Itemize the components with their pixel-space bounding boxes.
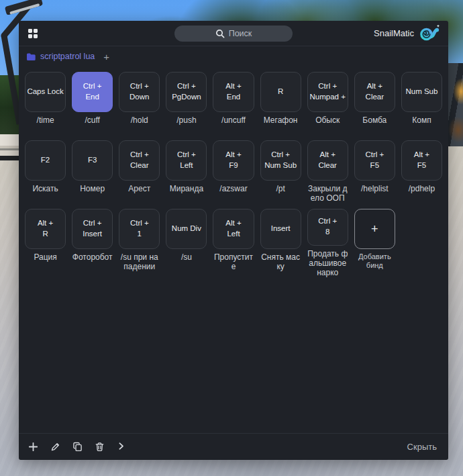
bind-key-button[interactable]: Alt + Clear	[307, 140, 348, 181]
bind-key-button[interactable]: Ctrl + Numpad +	[307, 72, 348, 112]
bind-label: Искать	[32, 184, 58, 193]
bind-cell: Ctrl + InsertФоторобот	[72, 209, 113, 277]
bind-label: /pdhelp	[409, 184, 435, 193]
add-tab-button[interactable]: +	[103, 52, 109, 62]
search-input[interactable]: Поиск	[174, 26, 293, 42]
bind-cell: Ctrl + LeftМиранда	[166, 140, 207, 209]
bind-key-button[interactable]: F2	[25, 140, 66, 181]
add-bind-cell: +Добавить бинд	[354, 209, 395, 277]
binds-grid: Caps Lock/timeCtrl + End/cuffCtrl + Down…	[19, 66, 448, 433]
bind-cell: Alt + RРация	[25, 209, 66, 277]
pencil-icon[interactable]	[50, 442, 61, 453]
tab-label: scriptpatrol lua	[40, 52, 95, 61]
bind-key-button[interactable]: Ctrl + Insert	[72, 209, 113, 249]
bottom-toolbar: Скрыть	[19, 433, 448, 460]
bind-key-button[interactable]: Ctrl + Num Sub	[260, 140, 301, 181]
bind-key-button[interactable]: Ctrl + End	[72, 72, 113, 112]
bind-key-button[interactable]: Caps Lock	[25, 72, 66, 112]
tab-bar: scriptpatrol lua +	[19, 46, 448, 66]
bind-cell: Ctrl + F5/helplist	[354, 140, 395, 209]
bind-key-button[interactable]: Alt + End	[213, 72, 254, 112]
bind-label: /azswar	[219, 184, 247, 193]
bind-key-button[interactable]: Ctrl + Down	[119, 72, 160, 112]
chevron-right-icon[interactable]	[117, 442, 127, 453]
bind-cell: Ctrl + 1/su при нападении	[119, 209, 160, 277]
search-icon	[215, 29, 225, 38]
app-title: SnailMatic	[374, 28, 414, 38]
add-bind-label: Добавить бинд	[355, 252, 394, 270]
bind-key-button[interactable]: Insert	[260, 209, 301, 249]
bind-key-button[interactable]: Num Sub	[401, 72, 442, 112]
bind-label: Закрыли дело ООП	[307, 184, 348, 203]
bind-label: /su при нападении	[119, 252, 160, 271]
bind-cell: Ctrl + ClearАрест	[119, 140, 160, 209]
bind-key-button[interactable]: Ctrl + F5	[354, 140, 395, 181]
bind-cell: Alt + End/uncuff	[213, 72, 254, 140]
bind-label: /uncuff	[221, 115, 246, 125]
bind-cell: Ctrl + Down/hold	[119, 72, 160, 140]
game-background: Поиск SnailMatic	[0, 0, 463, 476]
bind-cell: F2Искать	[25, 140, 66, 209]
bind-label: Бомба	[362, 115, 387, 125]
bind-key-button[interactable]: Ctrl + PgDown	[166, 72, 207, 112]
bind-cell: F3Номер	[72, 140, 113, 209]
bind-key-button[interactable]: Ctrl + Left	[166, 140, 207, 181]
bind-label: Пропустите	[213, 252, 254, 271]
copy-icon[interactable]	[72, 442, 83, 453]
bind-label: Фоторобот	[72, 252, 113, 262]
search-placeholder: Поиск	[229, 29, 252, 38]
bind-key-button[interactable]: Alt + Clear	[354, 72, 395, 112]
top-bar: Поиск SnailMatic	[19, 21, 448, 46]
bind-label: Снять маску	[260, 252, 301, 271]
bind-key-button[interactable]: Ctrl + 8	[307, 209, 348, 246]
bind-cell: RМегафон	[260, 72, 301, 140]
right-scenery	[447, 63, 463, 146]
bind-label: /time	[37, 115, 54, 125]
bind-cell: Ctrl + PgDown/push	[166, 72, 207, 140]
bind-label: /cuff	[85, 115, 99, 125]
bind-cell: Alt + LeftПропустите	[213, 209, 254, 277]
tab-scriptpatrol-lua[interactable]: scriptpatrol lua	[26, 52, 95, 61]
bind-label: /hold	[131, 115, 148, 125]
folder-icon	[26, 52, 36, 61]
bind-key-button[interactable]: R	[260, 72, 301, 112]
bind-key-button[interactable]: Alt + F5	[401, 140, 442, 181]
bind-label: /helplist	[361, 184, 389, 193]
bind-key-button[interactable]: Ctrl + 1	[119, 209, 160, 249]
bind-cell: Num SubКомп	[401, 72, 442, 140]
bind-key-button[interactable]: Alt + F9	[213, 140, 254, 181]
bind-key-button[interactable]: Num Div	[166, 209, 207, 249]
bind-cell: Ctrl + End/cuff	[72, 72, 113, 140]
bind-label: Рация	[34, 252, 56, 262]
bind-key-button[interactable]: Alt + R	[25, 209, 66, 249]
bind-cell: Alt + ClearЗакрыли дело ООП	[307, 140, 348, 209]
bind-label: /push	[176, 115, 196, 125]
bind-label: Номер	[80, 184, 105, 193]
bind-key-button[interactable]: F3	[72, 140, 113, 181]
hide-button[interactable]: Скрыть	[407, 442, 437, 452]
bind-cell: Caps Lock/time	[25, 72, 66, 140]
bind-label: Миранда	[170, 184, 203, 193]
bind-label: /su	[181, 252, 192, 262]
add-bind-button[interactable]: +	[354, 209, 395, 249]
bind-key-button[interactable]: Ctrl + Clear	[119, 140, 160, 181]
bind-label: Продать фальшивое нарко	[307, 249, 348, 277]
snailmatic-window: Поиск SnailMatic	[19, 21, 448, 460]
bind-cell: Alt + F5/pdhelp	[401, 140, 442, 209]
apps-grid-icon[interactable]	[28, 28, 38, 39]
bind-label: Арест	[128, 184, 150, 193]
bind-label: Обыск	[315, 115, 340, 125]
brand: SnailMatic	[374, 24, 440, 42]
bind-cell: Ctrl + Num Sub/pt	[260, 140, 301, 209]
plus-icon[interactable]	[28, 442, 39, 453]
bind-cell: Ctrl + Numpad +Обыск	[307, 72, 348, 140]
bind-label: Мегафон	[264, 115, 298, 125]
bind-cell: Alt + ClearБомба	[354, 72, 395, 140]
snail-logo-icon	[419, 24, 440, 42]
bind-key-button[interactable]: Alt + Left	[213, 209, 254, 249]
bind-cell: InsertСнять маску	[260, 209, 301, 277]
bind-cell: Num Div/su	[166, 209, 207, 277]
bind-label: Комп	[412, 115, 431, 125]
bind-label: /pt	[276, 184, 285, 193]
trash-icon[interactable]	[95, 442, 105, 453]
